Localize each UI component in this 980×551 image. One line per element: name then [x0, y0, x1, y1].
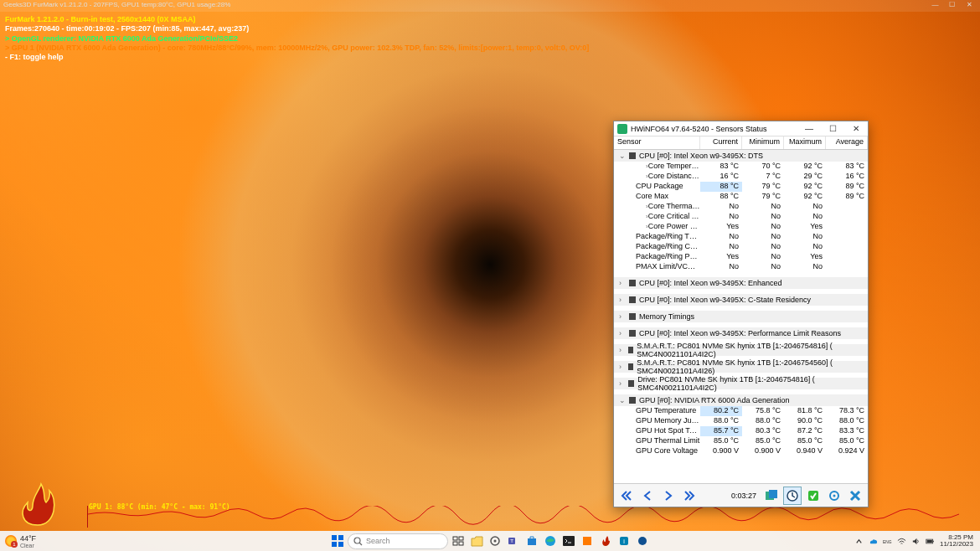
sensor-value-cur: No — [700, 202, 742, 212]
taskbar-app-generic-1[interactable] — [579, 533, 596, 549]
nav-first-button[interactable] — [617, 487, 636, 505]
logging-button[interactable] — [762, 487, 781, 505]
taskbar-search[interactable]: Search — [348, 533, 448, 549]
col-current[interactable]: Current — [700, 136, 742, 149]
sensor-row[interactable]: Package/Ring Critica...NoNoNo — [614, 242, 868, 252]
settings-button[interactable] — [825, 487, 843, 505]
group-memory-timings[interactable]: ›Memory Timings — [614, 311, 868, 322]
sensor-row[interactable]: GPU Temperature80.2 °C75.8 °C81.8 °C78.3… — [614, 406, 868, 416]
col-average[interactable]: Average — [826, 136, 868, 149]
drive-icon — [628, 363, 634, 370]
col-maximum[interactable]: Maximum — [784, 136, 826, 149]
task-view-button[interactable] — [450, 533, 467, 549]
taskbar-app-settings[interactable] — [487, 533, 503, 549]
sensor-row[interactable]: PMAX Limit/VCCIN U...NoNoNo — [614, 262, 868, 272]
taskbar-app-furmark[interactable] — [597, 533, 614, 549]
hwinfo-sensor-tree[interactable]: ⌄CPU [#0]: Intel Xeon w9-3495X: DTS ›Cor… — [614, 150, 868, 483]
sensor-value-min: No — [742, 222, 784, 232]
maximize-button[interactable]: ☐ — [821, 121, 844, 136]
sensor-row[interactable]: GPU Hot Spot Tempe...85.7 °C80.3 °C87.2 … — [614, 426, 868, 436]
weather-temp: 44°F — [20, 534, 36, 543]
svg-rect-22 — [563, 536, 575, 546]
minimize-button[interactable]: — — [928, 1, 943, 8]
gpu-temp-sparkline — [88, 506, 977, 528]
reset-button[interactable] — [846, 487, 864, 505]
tray-battery-icon[interactable] — [926, 537, 935, 546]
col-minimum[interactable]: Minimum — [742, 136, 784, 149]
sensor-value-min: No — [742, 252, 784, 262]
cpu-chip-icon — [629, 280, 636, 286]
sensor-row[interactable]: Package/Ring Power ...YesNoYes — [614, 252, 868, 262]
sensor-row[interactable]: ›Core Temperatures83 °C70 °C92 °C83 °C — [614, 162, 868, 172]
taskbar-tray: ENG 8:25 PM 11/12/2023 — [854, 534, 973, 548]
close-button[interactable]: ✕ — [844, 121, 868, 136]
group-cpu-perf-limit[interactable]: ›CPU [#0]: Intel Xeon w9-3495X: Performa… — [614, 327, 868, 339]
minimize-button[interactable]: — — [797, 121, 821, 136]
windows-taskbar[interactable]: 44°F Clear Search T i ENG 8:25 PM 11/12/… — [0, 531, 980, 551]
group-cpu-enhanced[interactable]: ›CPU [#0]: Intel Xeon w9-3495X: Enhanced — [614, 277, 868, 289]
taskbar-app-store[interactable] — [524, 533, 540, 549]
svg-rect-30 — [927, 539, 932, 542]
col-sensor[interactable]: Sensor — [614, 136, 700, 149]
weather-sun-icon — [5, 535, 17, 547]
nav-last-button[interactable] — [680, 487, 699, 505]
elapsed-time: 0:03:27 — [731, 492, 756, 500]
tray-volume-icon[interactable] — [911, 537, 921, 546]
group-label: S.M.A.R.T.: PC801 NVMe SK hynix 1TB [1:-… — [637, 342, 866, 358]
sensor-row[interactable]: Core Max88 °C79 °C92 °C89 °C — [614, 192, 868, 202]
taskbar-app-hwinfo[interactable]: i — [616, 533, 632, 549]
taskbar-app-terminal[interactable] — [560, 533, 577, 549]
nav-prev-button[interactable] — [638, 487, 657, 505]
hwinfo-titlebar[interactable]: HWiNFO64 v7.64-5240 - Sensors Status — ☐… — [614, 121, 868, 136]
hwinfo-window[interactable]: HWiNFO64 v7.64-5240 - Sensors Status — ☐… — [613, 121, 869, 507]
tray-wifi-icon[interactable] — [897, 537, 906, 546]
chevron-right-icon: › — [619, 329, 626, 337]
sensor-row[interactable]: ›Core Power Limit ...YesNoYes — [614, 222, 868, 232]
sensor-value-min: 85.0 °C — [742, 436, 784, 446]
group-drive[interactable]: ›Drive: PC801 NVMe SK hynix 1TB [1:-2046… — [614, 378, 868, 389]
sensor-value-avg: 85.0 °C — [826, 436, 868, 446]
weather-widget[interactable]: 44°F Clear — [5, 534, 36, 548]
tray-onedrive-icon[interactable] — [869, 537, 878, 546]
svg-rect-15 — [459, 542, 463, 545]
taskbar-app-explorer[interactable] — [468, 533, 485, 549]
group-gpu[interactable]: ⌄GPU [#0]: NVIDIA RTX 6000 Ada Generatio… — [614, 394, 868, 406]
taskbar-app-edge[interactable] — [542, 533, 559, 549]
taskbar-app-teams[interactable]: T — [505, 533, 522, 549]
group-cpu-dts[interactable]: ⌄CPU [#0]: Intel Xeon w9-3495X: DTS — [614, 150, 868, 162]
sensor-row[interactable]: ›Core Distance to ...16 °C7 °C29 °C16 °C — [614, 172, 868, 182]
group-cpu-cstate[interactable]: ›CPU [#0]: Intel Xeon w9-3495X: C-State … — [614, 294, 868, 306]
sensor-name: Package/Ring Power ... — [636, 252, 700, 260]
sensor-value-max: 92 °C — [784, 192, 826, 202]
sensor-name: GPU Memory Junctio... — [636, 416, 700, 425]
hwinfo-column-header[interactable]: Sensor Current Minimum Maximum Average — [614, 136, 868, 150]
taskbar-clock[interactable]: 8:25 PM 11/12/2023 — [940, 534, 973, 548]
save-button[interactable] — [804, 487, 823, 505]
sensor-row[interactable]: GPU Core Voltage0.900 V0.900 V0.940 V0.9… — [614, 446, 868, 456]
sensor-value-avg — [826, 232, 868, 242]
sensor-row[interactable]: ›Core Thermal Thr...NoNoNo — [614, 202, 868, 212]
maximize-button[interactable]: ☐ — [945, 1, 960, 8]
sensor-value-cur: 85.7 °C — [700, 426, 742, 436]
svg-rect-9 — [338, 542, 343, 547]
group-smart-1[interactable]: ›S.M.A.R.T.: PC801 NVMe SK hynix 1TB [1:… — [614, 344, 868, 356]
close-button[interactable]: ✕ — [962, 1, 977, 8]
tray-language-icon[interactable]: ENG — [883, 537, 892, 546]
sensor-row[interactable]: ›Core Critical Tem...NoNoNo — [614, 212, 868, 222]
tray-overflow-icon[interactable] — [854, 537, 864, 546]
sensor-row[interactable]: GPU Thermal Limit85.0 °C85.0 °C85.0 °C85… — [614, 436, 868, 446]
sensor-value-max: 90.0 °C — [784, 416, 826, 426]
nav-next-button[interactable] — [659, 487, 678, 505]
taskbar-app-generic-2[interactable] — [634, 533, 651, 549]
furmark-window-buttons: — ☐ ✕ — [928, 1, 977, 11]
hwinfo-toolbar: 0:03:27 — [614, 483, 868, 507]
sensor-value-cur: 88 °C — [700, 182, 742, 192]
start-button[interactable] — [329, 533, 346, 549]
group-smart-2[interactable]: ›S.M.A.R.T.: PC801 NVMe SK hynix 1TB [1:… — [614, 361, 868, 373]
sensor-row[interactable]: CPU Package88 °C79 °C92 °C89 °C — [614, 182, 868, 192]
sensor-name: Core Distance to ... — [648, 172, 700, 180]
svg-rect-8 — [332, 542, 337, 547]
sensor-row[interactable]: GPU Memory Junctio...88.0 °C88.0 °C90.0 … — [614, 416, 868, 426]
clock-button[interactable] — [783, 487, 802, 505]
sensor-row[interactable]: Package/Ring Therma...NoNoNo — [614, 232, 868, 242]
